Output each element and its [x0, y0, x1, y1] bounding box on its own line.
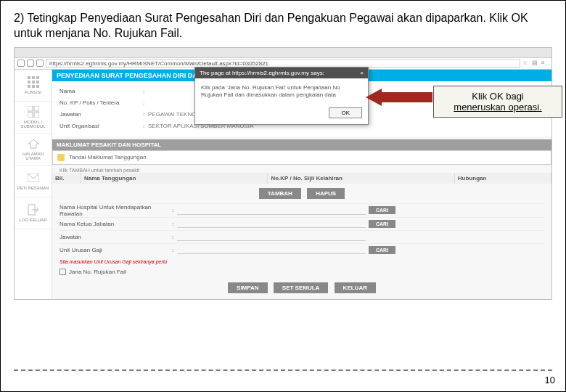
- hapus-button[interactable]: HAPUS: [307, 188, 345, 199]
- label-unitgaji: Unit Urusan Gaji: [60, 247, 168, 253]
- svg-rect-10: [34, 106, 39, 111]
- label-unit: Unit Organisasi: [60, 123, 139, 129]
- svg-rect-5: [36, 81, 39, 83]
- svg-rect-3: [28, 81, 30, 83]
- svg-rect-0: [28, 76, 30, 79]
- browser-tabbar: [15, 48, 551, 58]
- instruction-text: 2) Tetingkap Penyediaan Surat Pengesahan…: [14, 11, 552, 41]
- main-content: PENYEDIAAN SURAT PENGESAHAN DIRI DAN PEN…: [52, 70, 551, 299]
- label-nokp: No. KP / Polis / Tentera: [60, 99, 139, 106]
- setsemula-button[interactable]: SET SEMULA: [274, 282, 329, 293]
- back-icon[interactable]: [17, 60, 25, 67]
- svg-rect-6: [28, 85, 30, 88]
- input-jawatan[interactable]: [177, 232, 366, 241]
- tambah-button[interactable]: TAMBAH: [259, 188, 301, 199]
- label-jawatan2: Jawatan: [60, 234, 168, 240]
- table-header: Bil. Nama Tanggungan No.KP / No. Sijil K…: [52, 173, 551, 184]
- warning-icon: [57, 154, 65, 161]
- alert-tanggungan: Tandai Maklumat Tanggungan: [52, 150, 551, 165]
- th-nama: Nama Tanggungan: [81, 173, 268, 184]
- sidebar-label: LOG KELUAR: [19, 218, 46, 222]
- dialog-title: The page at https://hrmis2.eghrmis.gov.m…: [200, 70, 324, 76]
- star-icon[interactable]: ☆: [522, 60, 530, 67]
- close-icon[interactable]: ×: [360, 70, 364, 76]
- input-hospital[interactable]: [177, 206, 366, 215]
- label-ketua: Nama Ketua Jabatan: [60, 221, 168, 227]
- svg-rect-11: [28, 113, 33, 118]
- note-text: Sila masukkan Unit Urusan Gaji sekiranya…: [60, 259, 544, 264]
- sidebar-label: PETI PESANAN: [17, 186, 49, 190]
- ok-button[interactable]: OK: [329, 107, 362, 118]
- svg-marker-13: [28, 139, 38, 148]
- sidebar: FUNGSI MODUL / SUBMODUL HALAMAN UTAMA PE…: [15, 70, 52, 299]
- sidebar-item-fungsi[interactable]: FUNGSI: [15, 70, 52, 102]
- sidebar-label: FUNGSI: [25, 90, 41, 94]
- home-icon: [27, 137, 40, 150]
- page-number: 10: [545, 375, 555, 385]
- keluar-button[interactable]: KELUAR: [335, 282, 376, 293]
- cari-ketua-button[interactable]: CARI: [369, 220, 395, 228]
- cari-unitgaji-button[interactable]: CARI: [369, 246, 395, 254]
- svg-rect-12: [34, 113, 39, 118]
- sidebar-label: HALAMAN UTAMA: [15, 152, 52, 160]
- svg-rect-4: [32, 81, 35, 83]
- reload-icon[interactable]: [36, 60, 44, 67]
- alert-text: Tandai Maklumat Tanggungan: [69, 154, 147, 160]
- hint-tambah: Klik TAMBAH untuk tambah pesakit: [52, 165, 551, 173]
- checkbox-label: Jana No. Rujukan Fail: [69, 269, 126, 275]
- sidebar-item-submodul[interactable]: MODUL / SUBMODUL: [15, 102, 52, 134]
- logout-icon: [27, 203, 40, 216]
- mail-icon: [27, 171, 40, 184]
- input-unitgaji[interactable]: [177, 245, 366, 254]
- sidebar-item-logout[interactable]: LOG KELUAR: [15, 197, 52, 229]
- svg-rect-9: [28, 106, 33, 111]
- th-bil: Bil.: [52, 173, 81, 184]
- forward-icon[interactable]: [27, 60, 34, 67]
- menu-icon[interactable]: ≡: [541, 60, 549, 67]
- callout-box: Klik OK bagi meneruskan operasi.: [433, 86, 562, 118]
- input-ketua[interactable]: [177, 219, 366, 228]
- sidebar-label: MODUL / SUBMODUL: [15, 120, 52, 128]
- svg-rect-1: [32, 76, 35, 79]
- section-hospital: MAKLUMAT PESAKIT DAN HOSPITAL: [52, 139, 551, 150]
- simpan-button[interactable]: SIMPAN: [228, 282, 268, 293]
- footer-divider: [14, 369, 552, 371]
- browser-window: https://hrmis2.eghrmis.gov.my/HRMISNET/C…: [14, 47, 552, 300]
- modules-icon: [27, 105, 40, 118]
- th-hub: Hubungan: [455, 173, 551, 184]
- svg-rect-2: [36, 76, 39, 79]
- sidebar-item-halaman[interactable]: HALAMAN UTAMA: [15, 134, 52, 166]
- lock-icon: ▤: [532, 60, 539, 67]
- label-jawatan: Jawatan: [60, 111, 139, 118]
- checkbox-jana[interactable]: [60, 269, 66, 275]
- confirm-dialog: The page at https://hrmis2.eghrmis.gov.m…: [194, 67, 369, 126]
- callout-line2: meneruskan operasi.: [454, 102, 541, 113]
- label-nama: Nama: [60, 88, 139, 94]
- svg-rect-7: [32, 85, 35, 88]
- sidebar-item-pesanan[interactable]: PETI PESANAN: [15, 166, 52, 197]
- callout-line1: Klik OK bagi: [472, 91, 524, 102]
- label-hospital: Nama Hospital Untuk Mendapatkan Rawatan: [60, 204, 168, 217]
- cari-hospital-button[interactable]: CARI: [369, 206, 395, 214]
- th-nokp: No.KP / No. Sijil Kelahiran: [268, 173, 454, 184]
- dialog-body: Klik pada 'Jana No. Rujukan Fail' untuk …: [195, 78, 368, 105]
- grid-icon: [27, 75, 40, 89]
- svg-rect-8: [36, 85, 39, 88]
